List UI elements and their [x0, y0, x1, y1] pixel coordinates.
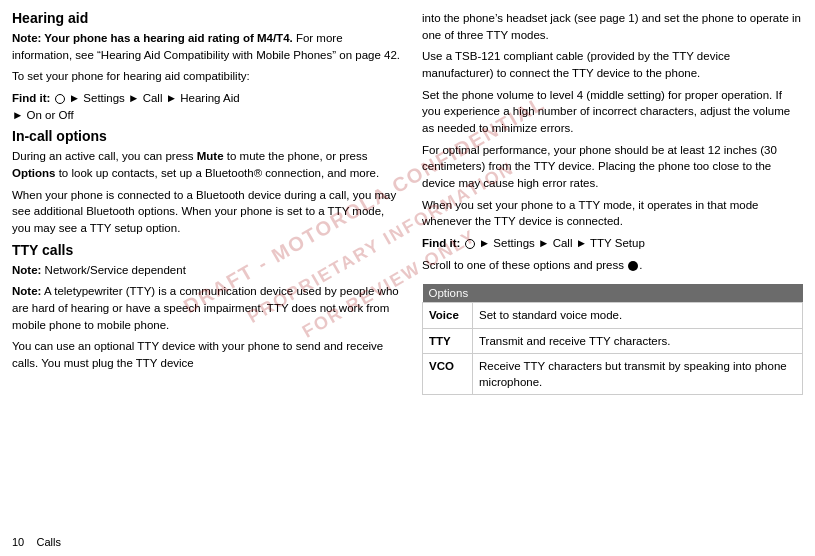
right-p4: For optimal performance, your phone shou…	[422, 142, 803, 192]
find-it-end: ► On or Off	[12, 109, 74, 121]
scroll-text-content: Scroll to one of these options and press	[422, 259, 624, 271]
in-call-title: In-call options	[12, 128, 402, 144]
home-icon-right	[465, 239, 475, 249]
table-header-row: Options	[423, 284, 803, 303]
right-p5: When you set your phone to a TTY mode, i…	[422, 197, 803, 230]
option-tty-desc: Transmit and receive TTY characters.	[473, 328, 803, 353]
right-find-it-label: Find it:	[422, 237, 460, 249]
right-p1: into the phone’s headset jack (see page …	[422, 10, 803, 43]
tty-note1-rest: Network/Service dependent	[41, 264, 185, 276]
tty-note2: Note: A teletypewriter (TTY) is a commun…	[12, 283, 402, 333]
tty-note1-bold: Note:	[12, 264, 41, 276]
left-column: Hearing aid Note: Your phone has a heari…	[12, 10, 402, 546]
tty-calls-title: TTY calls	[12, 242, 402, 258]
in-call-p2: When your phone is connected to a Blueto…	[12, 187, 402, 237]
option-voice-desc: Set to standard voice mode.	[473, 303, 803, 328]
page-num: 10	[12, 536, 24, 548]
options-bold: Options	[12, 167, 55, 179]
mute-bold: Mute	[197, 150, 224, 162]
tty-calls-section: TTY calls Note: Network/Service dependen…	[12, 242, 402, 377]
options-table: Options Voice Set to standard voice mode…	[422, 284, 803, 394]
select-icon	[628, 261, 638, 271]
tty-note2-rest: A teletypewriter (TTY) is a communicatio…	[12, 285, 399, 330]
table-row-voice: Voice Set to standard voice mode.	[423, 303, 803, 328]
option-vco-desc: Receive TTY characters but transmit by s…	[473, 353, 803, 394]
hearing-aid-title: Hearing aid	[12, 10, 402, 26]
hearing-aid-p1: To set your phone for hearing aid compat…	[12, 68, 402, 85]
hearing-aid-section: Hearing aid Note: Your phone has a heari…	[12, 10, 402, 128]
table-row-tty: TTY Transmit and receive TTY characters.	[423, 328, 803, 353]
option-tty-label: TTY	[423, 328, 473, 353]
in-call-p1: During an active call, you can press Mut…	[12, 148, 402, 181]
right-column: into the phone’s headset jack (see page …	[422, 10, 803, 546]
scroll-text: Scroll to one of these options and press…	[422, 257, 803, 274]
find-it-label: Find it:	[12, 92, 50, 104]
right-find-it: Find it: ► Settings ► Call ► TTY Setup	[422, 235, 803, 252]
option-vco-label: VCO	[423, 353, 473, 394]
hearing-aid-note1: Note: Your phone has a hearing aid ratin…	[12, 30, 402, 63]
tty-note2-bold: Note:	[12, 285, 41, 297]
page-container: Hearing aid Note: Your phone has a heari…	[0, 0, 815, 556]
hearing-aid-note1-bold: Note: Your phone has a hearing aid ratin…	[12, 32, 293, 44]
find-it-path: ► Settings ► Call ► Hearing Aid	[69, 92, 240, 104]
tty-note1: Note: Network/Service dependent	[12, 262, 402, 279]
calls-label: Calls	[36, 536, 60, 548]
table-header: Options	[423, 284, 803, 303]
home-icon	[55, 94, 65, 104]
hearing-aid-find-it: Find it: ► Settings ► Call ► Hearing Aid…	[12, 90, 402, 123]
tty-p1: You can use an optional TTY device with …	[12, 338, 402, 371]
page-number: 10 Calls	[12, 536, 61, 548]
in-call-section: In-call options During an active call, y…	[12, 128, 402, 241]
table-row-vco: VCO Receive TTY characters but transmit …	[423, 353, 803, 394]
right-find-it-path: ► Settings ► Call ► TTY Setup	[479, 237, 645, 249]
right-p2: Use a TSB-121 compliant cable (provided …	[422, 48, 803, 81]
option-voice-label: Voice	[423, 303, 473, 328]
right-p3: Set the phone volume to level 4 (middle …	[422, 87, 803, 137]
